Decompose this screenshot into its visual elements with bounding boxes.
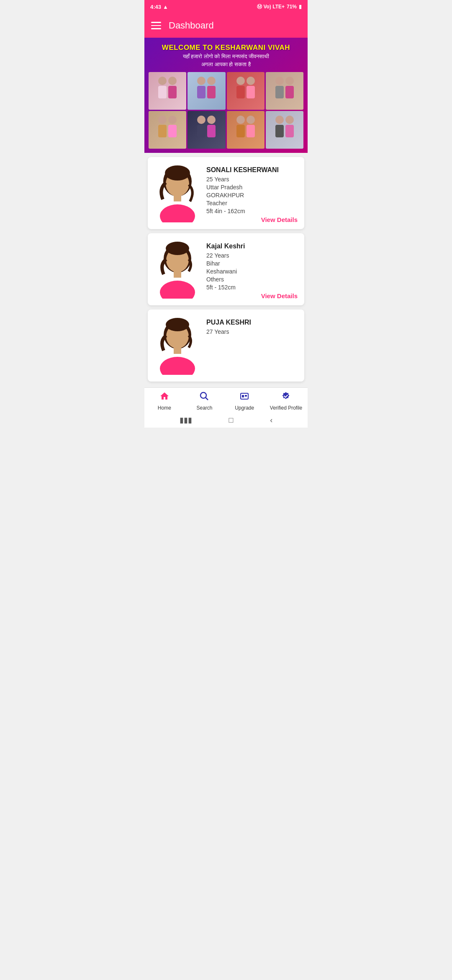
profile-info-1: SONALI KESHERWANI 25 Years Uttar Pradesh… <box>206 164 298 216</box>
profile-card-3: PUJA KESHRI 27 Years <box>148 309 304 382</box>
svg-point-20 <box>197 116 205 124</box>
profile-name-2: Kajal Keshri <box>206 242 298 250</box>
avatar-1 <box>154 164 200 222</box>
svg-line-48 <box>206 398 208 400</box>
profiles-list: SONALI KESHERWANI 25 Years Uttar Pradesh… <box>144 157 308 387</box>
profile-name-3: PUJA KESHRI <box>206 319 298 326</box>
nav-search-label: Search <box>196 405 212 411</box>
gesture-back[interactable]: ‹ <box>270 416 272 425</box>
profile-age-2: 22 Years <box>206 252 298 259</box>
avatar-2 <box>154 240 200 299</box>
svg-rect-15 <box>285 86 294 98</box>
banner-photo-1 <box>149 72 186 110</box>
profile-city-1: GORAKHPUR <box>206 192 298 199</box>
svg-point-44 <box>166 318 189 331</box>
banner-title: WELCOME TO KESHARWANI VIVAH <box>149 44 303 52</box>
banner-photo-4 <box>266 72 303 110</box>
banner-subtitle1: यहाँ हजारो लोगो को मिला मनपसंद जीवनसाथी <box>149 53 303 60</box>
svg-point-46 <box>160 357 195 375</box>
gesture-bar: ▮▮▮ □ ‹ <box>144 413 308 428</box>
profile-city-2: Kesharwani <box>206 268 298 275</box>
svg-rect-50 <box>242 395 244 397</box>
status-time: 4:43 <box>150 4 161 10</box>
svg-rect-45 <box>174 347 181 354</box>
svg-rect-31 <box>285 125 294 137</box>
svg-rect-21 <box>197 125 205 137</box>
svg-point-12 <box>275 77 284 85</box>
svg-point-41 <box>160 281 195 299</box>
svg-point-2 <box>168 77 177 85</box>
profile-state-2: Bihar <box>206 260 298 267</box>
avatar-3 <box>154 316 200 375</box>
svg-rect-17 <box>158 125 167 137</box>
svg-point-16 <box>158 116 167 124</box>
view-details-button-2[interactable]: View Details <box>261 292 298 299</box>
nav-verified[interactable]: Verified Profile <box>270 391 302 411</box>
svg-point-30 <box>285 116 294 124</box>
profile-card-1: SONALI KESHERWANI 25 Years Uttar Pradesh… <box>148 157 304 229</box>
svg-point-14 <box>285 77 294 85</box>
view-details-button-1[interactable]: View Details <box>261 216 298 223</box>
svg-rect-23 <box>207 125 216 137</box>
svg-point-10 <box>247 77 255 85</box>
battery-pct: 71% <box>287 4 297 10</box>
profile-name-1: SONALI KESHERWANI <box>206 166 298 174</box>
svg-rect-19 <box>168 125 177 137</box>
svg-rect-5 <box>197 86 205 98</box>
svg-point-34 <box>165 165 190 181</box>
nav-verified-label: Verified Profile <box>270 405 302 411</box>
hamburger-menu-button[interactable] <box>151 22 161 29</box>
profile-info-2: Kajal Keshri 22 Years Bihar Kesharwani O… <box>206 240 298 292</box>
home-icon <box>159 391 170 404</box>
banner-photo-grid <box>149 72 303 149</box>
svg-rect-29 <box>275 125 284 137</box>
status-warning: ▲ <box>163 4 168 10</box>
profile-height-2: 5ft - 152cm <box>206 284 298 291</box>
profile-height-1: 5ft 4in - 162cm <box>206 208 298 214</box>
banner-photo-8 <box>266 111 303 149</box>
nav-search[interactable]: Search <box>190 391 219 411</box>
svg-point-18 <box>168 116 177 124</box>
welcome-banner: WELCOME TO KESHARWANI VIVAH यहाँ हजारो ल… <box>144 38 308 153</box>
verified-icon <box>281 391 291 404</box>
banner-subtitle2: अगला आपका हो सकता है <box>149 61 303 68</box>
svg-point-24 <box>236 116 245 124</box>
status-bar: 4:43 ▲ Ⓜ Vo) LTE+ 71% ▮ <box>144 0 308 13</box>
gesture-home[interactable]: □ <box>229 416 234 425</box>
signal-icon: Ⓜ Vo) LTE+ <box>257 3 285 10</box>
svg-rect-13 <box>275 86 284 98</box>
svg-point-22 <box>207 116 216 124</box>
gesture-recents[interactable]: ▮▮▮ <box>180 415 192 425</box>
banner-photo-7 <box>227 111 265 149</box>
nav-upgrade-label: Upgrade <box>235 405 254 411</box>
profile-info-3: PUJA KESHRI 27 Years <box>206 316 298 336</box>
svg-rect-11 <box>247 86 255 98</box>
svg-rect-27 <box>247 125 255 137</box>
svg-point-26 <box>247 116 255 124</box>
svg-point-28 <box>275 116 284 124</box>
svg-rect-7 <box>207 86 216 98</box>
svg-point-39 <box>166 242 189 255</box>
svg-rect-3 <box>168 86 177 98</box>
page-title: Dashboard <box>169 20 214 31</box>
bottom-nav: Home Search Upgrade Verified Profil <box>144 387 308 413</box>
nav-upgrade[interactable]: Upgrade <box>230 391 259 411</box>
nav-home[interactable]: Home <box>150 391 179 411</box>
svg-rect-49 <box>241 393 248 399</box>
app-bar: Dashboard <box>144 13 308 38</box>
svg-rect-9 <box>236 86 245 98</box>
svg-point-8 <box>236 77 245 85</box>
upgrade-icon <box>239 391 249 404</box>
profile-age-1: 25 Years <box>206 176 298 183</box>
profile-profession-1: Teacher <box>206 200 298 206</box>
profile-age-3: 27 Years <box>206 328 298 335</box>
svg-rect-25 <box>236 125 245 137</box>
profile-card-2: Kajal Keshri 22 Years Bihar Kesharwani O… <box>148 233 304 305</box>
status-right: Ⓜ Vo) LTE+ 71% ▮ <box>257 3 302 10</box>
search-icon <box>199 391 209 404</box>
svg-rect-35 <box>174 195 181 201</box>
banner-photo-5 <box>149 111 186 149</box>
profile-profession-2: Others <box>206 276 298 283</box>
profile-state-1: Uttar Pradesh <box>206 184 298 191</box>
svg-rect-51 <box>245 395 247 397</box>
